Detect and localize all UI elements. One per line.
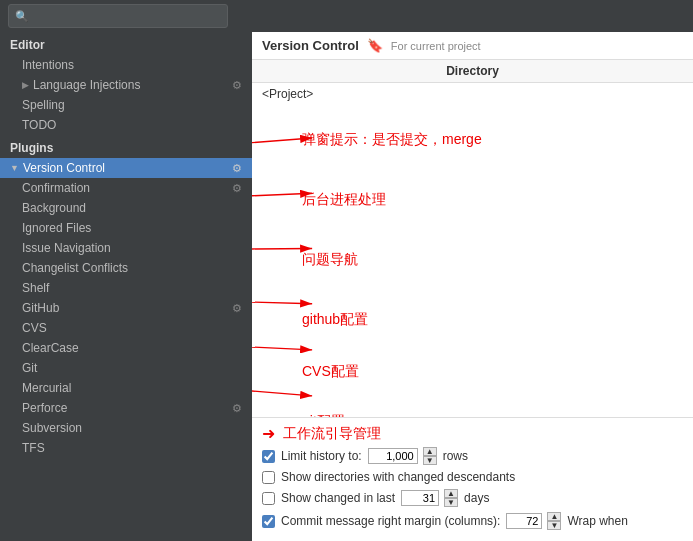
bottom-options: ➜ 工作流引导管理 Limit history to: ▲ ▼ rows Sho…: [252, 417, 693, 541]
sidebar-item-mercurial[interactable]: Mercurial: [0, 378, 252, 398]
directory-header: Directory: [252, 60, 693, 83]
gear-icon-github: ⚙: [232, 302, 242, 315]
svg-line-4: [252, 338, 312, 350]
annotation-4: github配置: [302, 311, 368, 329]
limit-history-spinner[interactable]: ▲ ▼: [423, 447, 437, 465]
show-directories-row: Show directories with changed descendant…: [262, 470, 683, 484]
project-label: <Project>: [262, 87, 313, 101]
sidebar-item-github[interactable]: GitHub ⚙: [0, 298, 252, 318]
sidebar-item-confirmation[interactable]: Confirmation ⚙: [0, 178, 252, 198]
background-label: Background: [22, 201, 242, 215]
triangle-icon-vc: ▼: [10, 163, 19, 173]
cvs-label: CVS: [22, 321, 242, 335]
search-icon: 🔍: [15, 10, 29, 23]
language-injections-label: Language Injections: [33, 78, 228, 92]
panel-title: Version Control: [262, 38, 359, 53]
limit-history-input[interactable]: [368, 448, 418, 464]
right-panel: Version Control 🔖 For current project Di…: [252, 32, 693, 541]
annotation-1: 弹窗提示：是否提交，merge: [302, 131, 482, 149]
git-label: Git: [22, 361, 242, 375]
rows-label: rows: [443, 449, 468, 463]
limit-history-row: Limit history to: ▲ ▼ rows: [262, 447, 683, 465]
show-changed-days-input[interactable]: [401, 490, 439, 506]
commit-margin-row: Commit message right margin (columns): ▲…: [262, 512, 683, 530]
commit-margin-label: Commit message right margin (columns):: [281, 514, 500, 528]
wrap-when-label: Wrap when: [567, 514, 627, 528]
bookmark-icon: 🔖: [367, 38, 383, 53]
workflow-label: 工作流引导管理: [283, 425, 381, 443]
clearcase-label: ClearCase: [22, 341, 242, 355]
gear-icon-vc: ⚙: [232, 162, 242, 175]
perforce-label: Perforce: [22, 401, 228, 415]
commit-margin-input[interactable]: [506, 513, 542, 529]
editor-section-header: Editor: [0, 32, 252, 55]
svg-line-3: [252, 296, 312, 303]
commit-spin-up[interactable]: ▲: [547, 512, 561, 521]
sidebar-item-changelist-conflicts[interactable]: Changelist Conflicts: [0, 258, 252, 278]
gear-icon-perforce: ⚙: [232, 402, 242, 415]
plugins-section-header: Plugins: [0, 135, 252, 158]
commit-margin-checkbox[interactable]: [262, 515, 275, 528]
spin-up-btn[interactable]: ▲: [423, 447, 437, 456]
sidebar-item-intentions[interactable]: Intentions: [0, 55, 252, 75]
sidebar: Editor Intentions ▶ Language Injections …: [0, 32, 252, 541]
annotation-6: git配置: [302, 413, 345, 417]
search-bar[interactable]: 🔍: [0, 0, 693, 32]
annotations-container: 弹窗提示：是否提交，merge 后台进程处理 问题导航 github配置 CVS…: [252, 103, 693, 417]
confirmation-label: Confirmation: [22, 181, 228, 195]
show-changed-spinner[interactable]: ▲ ▼: [444, 489, 458, 507]
days-label: days: [464, 491, 489, 505]
intentions-label: Intentions: [22, 58, 242, 72]
shelf-label: Shelf: [22, 281, 242, 295]
sidebar-item-background[interactable]: Background: [0, 198, 252, 218]
gear-icon-conf: ⚙: [232, 182, 242, 195]
sidebar-item-clearcase[interactable]: ClearCase: [0, 338, 252, 358]
todo-label: TODO: [22, 118, 242, 132]
sidebar-item-git[interactable]: Git: [0, 358, 252, 378]
triangle-icon-li: ▶: [22, 80, 29, 90]
sidebar-item-language-injections[interactable]: ▶ Language Injections ⚙: [0, 75, 252, 95]
version-control-label: Version Control: [23, 161, 228, 175]
sidebar-item-subversion[interactable]: Subversion: [0, 418, 252, 438]
mercurial-label: Mercurial: [22, 381, 242, 395]
workflow-annotation-row: ➜ 工作流引导管理: [262, 424, 683, 443]
sidebar-item-shelf[interactable]: Shelf: [0, 278, 252, 298]
sidebar-item-version-control[interactable]: ▼ Version Control ⚙: [0, 158, 252, 178]
spelling-label: Spelling: [22, 98, 242, 112]
sidebar-item-tfs[interactable]: TFS: [0, 438, 252, 458]
panel-header: Version Control 🔖 For current project: [252, 32, 693, 60]
limit-history-label: Limit history to:: [281, 449, 362, 463]
annotation-3: 问题导航: [302, 251, 358, 269]
spin-down-btn[interactable]: ▼: [423, 456, 437, 465]
commit-spin-down[interactable]: ▼: [547, 521, 561, 530]
sidebar-item-perforce[interactable]: Perforce ⚙: [0, 398, 252, 418]
panel-content-area: <Project>: [252, 83, 693, 417]
commit-margin-spinner[interactable]: ▲ ▼: [547, 512, 561, 530]
ignored-files-label: Ignored Files: [22, 221, 242, 235]
sidebar-item-ignored-files[interactable]: Ignored Files: [0, 218, 252, 238]
sidebar-item-cvs[interactable]: CVS: [0, 318, 252, 338]
show-changed-label: Show changed in last: [281, 491, 395, 505]
changelist-conflicts-label: Changelist Conflicts: [22, 261, 242, 275]
show-changed-row: Show changed in last ▲ ▼ days: [262, 489, 683, 507]
show-directories-checkbox[interactable]: [262, 471, 275, 484]
show-directories-label: Show directories with changed descendant…: [281, 470, 515, 484]
issue-navigation-label: Issue Navigation: [22, 241, 242, 255]
arrow-icon-wf: ➜: [262, 424, 275, 443]
project-label-row: <Project>: [252, 83, 693, 103]
days-spin-up[interactable]: ▲: [444, 489, 458, 498]
panel-subtitle: For current project: [391, 40, 481, 52]
subversion-label: Subversion: [22, 421, 242, 435]
annotation-5: CVS配置: [302, 363, 359, 381]
tfs-label: TFS: [22, 441, 242, 455]
gear-icon-li: ⚙: [232, 79, 242, 92]
github-label: GitHub: [22, 301, 228, 315]
search-box[interactable]: 🔍: [8, 4, 228, 28]
show-changed-checkbox[interactable]: [262, 492, 275, 505]
annotation-2: 后台进程处理: [302, 191, 386, 209]
days-spin-down[interactable]: ▼: [444, 498, 458, 507]
sidebar-item-issue-navigation[interactable]: Issue Navigation: [0, 238, 252, 258]
limit-history-checkbox[interactable]: [262, 450, 275, 463]
sidebar-item-spelling[interactable]: Spelling: [0, 95, 252, 115]
sidebar-item-todo[interactable]: TODO: [0, 115, 252, 135]
